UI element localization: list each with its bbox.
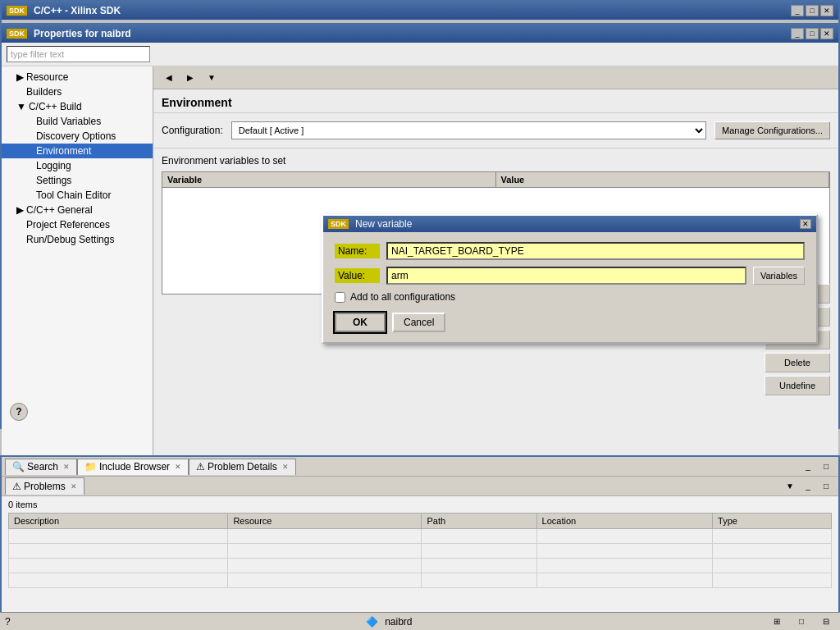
dialog-ok-btn[interactable]: OK: [335, 313, 386, 332]
table-row: [9, 573, 832, 588]
props-maximize-btn[interactable]: □: [806, 28, 819, 39]
collapse-icon: ▼: [16, 101, 26, 112]
dialog-buttons: OK Cancel: [335, 313, 805, 332]
props-title-text: SDK Properties for naibrd: [7, 28, 131, 39]
sidebar-item-settings[interactable]: Settings: [2, 173, 153, 188]
table-row: [9, 559, 832, 573]
sidebar-item-build-variables[interactable]: Build Variables: [2, 114, 153, 129]
status-icon3[interactable]: ⊟: [817, 613, 835, 631]
add-to-all-checkbox[interactable]: [335, 292, 345, 303]
minimize-btn[interactable]: _: [791, 5, 804, 16]
col-resource: Resource: [228, 514, 422, 529]
sidebar-item-tool-chain[interactable]: Tool Chain Editor: [2, 188, 153, 203]
sidebar-item-cpp-build[interactable]: ▼ C/C++ Build: [2, 99, 153, 114]
sidebar-label-run-debug: Run/Debug Settings: [26, 234, 114, 245]
close-btn[interactable]: ✕: [820, 5, 833, 16]
dialog-value-input[interactable]: [386, 267, 746, 285]
undefine-btn[interactable]: Undefine: [765, 376, 830, 395]
dialog-cancel-btn[interactable]: Cancel: [392, 313, 445, 332]
tab-problems[interactable]: ⚠ Problems ✕: [5, 477, 84, 495]
tab-problem-details[interactable]: ⚠ Problem Details ✕: [189, 459, 296, 475]
env-table-header: Variable Value: [162, 172, 829, 188]
config-label: Configuration:: [162, 125, 223, 136]
search-icon: 🔍: [12, 461, 25, 472]
forward-btn[interactable]: ▶: [181, 69, 199, 87]
dialog-name-row: Name:: [335, 242, 805, 260]
tab-include-close[interactable]: ✕: [175, 463, 181, 471]
tab-search-label: Search: [27, 461, 58, 472]
sdk-badge-props: SDK: [7, 29, 27, 39]
col-type: Type: [713, 514, 832, 529]
manage-configs-btn[interactable]: Manage Configurations...: [714, 121, 830, 139]
status-icon1[interactable]: ⊞: [768, 613, 786, 631]
sidebar-item-project-refs[interactable]: Project References: [2, 217, 153, 232]
dialog-value-row: Value: Variables: [335, 267, 805, 285]
filter-input[interactable]: [7, 46, 150, 62]
col-description: Description: [9, 514, 228, 529]
sidebar: ▶ Resource Builders ▼ C/C++ Build Build …: [2, 66, 153, 486]
sidebar-item-builders[interactable]: Builders: [2, 84, 153, 99]
app-title: C/C++ - Xilinx SDK: [34, 5, 121, 16]
config-select[interactable]: Default [ Active ]: [231, 121, 706, 139]
sidebar-item-run-debug[interactable]: Run/Debug Settings: [2, 232, 153, 247]
sidebar-label-discovery: Discovery Options: [36, 130, 116, 142]
tab-problem-label: Problem Details: [208, 461, 277, 472]
tab-search-close[interactable]: ✕: [63, 463, 70, 471]
dialog-sdk-badge: SDK: [328, 219, 349, 229]
tab-include-browser[interactable]: 📁 Include Browser ✕: [77, 459, 189, 475]
table-row: [9, 544, 832, 559]
maximize-view-btn[interactable]: □: [817, 458, 835, 476]
col-path: Path: [422, 514, 536, 529]
dropdown-btn[interactable]: ▼: [203, 69, 221, 87]
expand-icon: ▶: [16, 71, 24, 83]
checkbox-label: Add to all configurations: [350, 291, 455, 303]
sdk-badge-main: SDK: [7, 6, 27, 16]
sidebar-label-settings: Settings: [36, 175, 71, 186]
problems-tab-close[interactable]: ✕: [71, 482, 77, 491]
problem-icon: ⚠: [196, 461, 205, 472]
col-value: Value: [496, 172, 830, 187]
content-area: ◀ ▶ ▼ Environment Configuration: Default…: [153, 66, 838, 486]
dialog-variables-btn[interactable]: Variables: [753, 267, 805, 285]
problems-view-menu[interactable]: ▼: [781, 477, 799, 495]
delete-btn[interactable]: Delete: [765, 353, 830, 372]
tab-problem-close[interactable]: ✕: [282, 463, 289, 471]
help-btn[interactable]: ?: [10, 403, 28, 421]
dialog-close-btn[interactable]: ✕: [800, 219, 811, 229]
sidebar-item-resource[interactable]: ▶ Resource: [2, 70, 153, 84]
sidebar-label-resource: Resource: [26, 71, 68, 83]
minimize-view-btn[interactable]: _: [799, 458, 817, 476]
status-icon2[interactable]: □: [792, 613, 810, 631]
props-close-btn[interactable]: ✕: [820, 28, 833, 39]
maximize-btn[interactable]: □: [806, 5, 819, 16]
table-row: [9, 529, 832, 544]
dialog-value-label: Value:: [335, 268, 380, 283]
sidebar-item-logging[interactable]: Logging: [2, 158, 153, 173]
problems-icon: ⚠: [12, 481, 21, 492]
project-icon: 🔷: [366, 616, 378, 628]
problems-bar: ⚠ Problems ✕ ▼ _ □: [2, 477, 838, 496]
sidebar-label-build-vars: Build Variables: [36, 116, 101, 127]
props-minimize-btn[interactable]: _: [791, 28, 804, 39]
config-row: Configuration: Default [ Active ] Manage…: [153, 113, 838, 148]
sidebar-item-cpp-general[interactable]: ▶ C/C++ General: [2, 203, 153, 217]
bottom-tab-bar: 🔍 Search ✕ 📁 Include Browser ✕ ⚠ Problem…: [2, 457, 838, 477]
sidebar-label-proj-refs: Project References: [26, 219, 110, 231]
props-title-bar: SDK Properties for naibrd _ □ ✕: [2, 25, 838, 43]
sidebar-item-environment[interactable]: Environment: [2, 144, 153, 158]
problems-minimize[interactable]: _: [799, 477, 817, 495]
dialog-name-input[interactable]: [386, 242, 805, 260]
props-window-controls: _ □ ✕: [791, 28, 833, 39]
problems-maximize[interactable]: □: [817, 477, 835, 495]
sidebar-item-discovery-options[interactable]: Discovery Options: [2, 129, 153, 144]
tab-search[interactable]: 🔍 Search ✕: [5, 459, 77, 475]
main-title-text: SDK C/C++ - Xilinx SDK: [7, 5, 121, 16]
back-btn[interactable]: ◀: [160, 69, 178, 87]
col-location: Location: [536, 514, 713, 529]
content-wrapper: Environment variables to set Variable Va…: [153, 148, 838, 501]
bottom-panels: 🔍 Search ✕ 📁 Include Browser ✕ ⚠ Problem…: [0, 455, 840, 630]
help-question-icon: ?: [5, 616, 11, 628]
items-count: 0 items: [8, 500, 832, 509]
col-variable: Variable: [162, 172, 496, 187]
main-content: ▶ Resource Builders ▼ C/C++ Build Build …: [2, 66, 838, 486]
